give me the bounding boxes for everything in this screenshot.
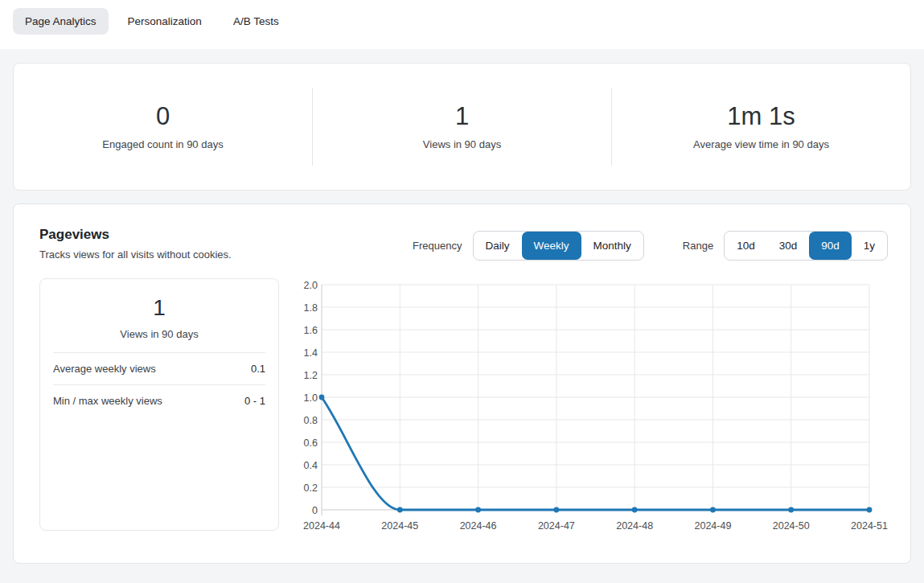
- page-subtitle: Tracks views for all visits without cook…: [39, 248, 232, 261]
- range-toggle: 10d 30d 90d 1y: [724, 231, 888, 261]
- stat-label: Average view time in 90 days: [693, 138, 829, 150]
- stat-row-min-max-weekly-views: Min / max weekly views 0 - 1: [53, 384, 265, 417]
- range-label: Range: [683, 240, 713, 252]
- page-body: 0 Engaged count in 90 days 1 Views in 90…: [0, 49, 924, 577]
- stat-value: 1: [455, 103, 469, 130]
- summary-stats-card: 0 Engaged count in 90 days 1 Views in 90…: [13, 63, 911, 191]
- svg-text:2024-51: 2024-51: [851, 520, 888, 532]
- stat-row-average-weekly-views: Average weekly views 0.1: [53, 352, 265, 384]
- pageviews-card: Pageviews Tracks views for all visits wi…: [13, 203, 911, 564]
- stat-engaged-count: 0 Engaged count in 90 days: [14, 64, 312, 190]
- svg-text:1.8: 1.8: [304, 302, 318, 314]
- svg-text:2024-45: 2024-45: [381, 520, 418, 532]
- chart-controls: Frequency Daily Weekly Monthly Range 10d…: [413, 231, 888, 261]
- svg-text:2024-49: 2024-49: [694, 520, 731, 532]
- frequency-weekly-button[interactable]: Weekly: [522, 232, 581, 260]
- stat-label: Views in 90 days: [423, 138, 501, 150]
- svg-text:2024-48: 2024-48: [616, 520, 653, 532]
- pageviews-stats-box: 1 Views in 90 days Average weekly views …: [39, 278, 279, 531]
- stat-value: 1m 1s: [727, 103, 795, 130]
- pageviews-titles: Pageviews Tracks views for all visits wi…: [39, 227, 232, 261]
- stat-label: Engaged count in 90 days: [102, 138, 223, 150]
- stat-value: 0: [156, 103, 170, 130]
- svg-text:2024-46: 2024-46: [460, 520, 497, 532]
- frequency-toggle: Daily Weekly Monthly: [473, 231, 644, 261]
- range-90d-button[interactable]: 90d: [809, 232, 852, 260]
- svg-text:0: 0: [312, 505, 318, 516]
- page-title: Pageviews: [39, 227, 232, 243]
- svg-text:2024-50: 2024-50: [773, 520, 810, 532]
- stat-views: 1 Views in 90 days: [313, 64, 611, 190]
- stats-rows: Average weekly views 0.1 Min / max weekl…: [53, 352, 265, 417]
- pageviews-line-chart: 00.20.40.60.81.01.21.41.61.82.02024-4420…: [290, 278, 901, 537]
- row-label: Min / max weekly views: [53, 395, 162, 407]
- svg-text:2.0: 2.0: [304, 280, 318, 291]
- svg-text:1.4: 1.4: [304, 347, 318, 359]
- stat-avg-view-time: 1m 1s Average view time in 90 days: [612, 64, 910, 190]
- svg-text:0.8: 0.8: [304, 415, 318, 426]
- stats-box-top: 1 Views in 90 days: [40, 279, 278, 352]
- tab-page-analytics[interactable]: Page Analytics: [13, 8, 109, 35]
- row-value: 0.1: [251, 363, 265, 375]
- tab-personalization[interactable]: Personalization: [116, 8, 214, 35]
- svg-text:0.4: 0.4: [304, 460, 318, 471]
- svg-text:2024-47: 2024-47: [538, 520, 575, 532]
- row-value: 0 - 1: [244, 395, 265, 407]
- frequency-monthly-button[interactable]: Monthly: [581, 232, 643, 260]
- range-1y-button[interactable]: 1y: [852, 232, 887, 260]
- pageviews-body: 1 Views in 90 days Average weekly views …: [14, 278, 910, 540]
- tab-bar: Page Analytics Personalization A/B Tests: [0, 0, 924, 49]
- tab-ab-tests[interactable]: A/B Tests: [221, 8, 291, 35]
- svg-text:1.0: 1.0: [304, 392, 318, 404]
- svg-text:1.6: 1.6: [304, 325, 318, 336]
- svg-text:0.6: 0.6: [304, 437, 318, 449]
- range-10d-button[interactable]: 10d: [725, 232, 767, 260]
- pageviews-header: Pageviews Tracks views for all visits wi…: [14, 204, 910, 261]
- svg-text:0.2: 0.2: [304, 482, 318, 494]
- svg-text:2024-44: 2024-44: [303, 520, 340, 532]
- chart-area: 00.20.40.60.81.01.21.41.61.82.02024-4420…: [290, 278, 901, 540]
- frequency-daily-button[interactable]: Daily: [474, 232, 522, 260]
- views-count: 1: [53, 294, 265, 322]
- frequency-label: Frequency: [413, 240, 462, 252]
- range-30d-button[interactable]: 30d: [767, 232, 810, 260]
- svg-text:1.2: 1.2: [304, 370, 318, 381]
- views-count-label: Views in 90 days: [53, 328, 265, 340]
- row-label: Average weekly views: [53, 363, 156, 375]
